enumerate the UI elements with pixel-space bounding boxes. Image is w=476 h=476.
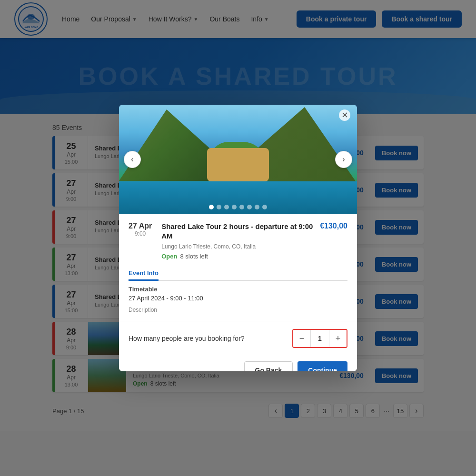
go-back-button[interactable]: Go Back: [244, 361, 293, 371]
dot-7[interactable]: [255, 205, 259, 209]
booking-modal: ✕ ‹ ›: [119, 105, 357, 371]
modal-close-button[interactable]: ✕: [339, 109, 350, 121]
description-label: Description: [129, 307, 347, 313]
dot-1[interactable]: [209, 205, 214, 209]
quantity-value: 1: [310, 330, 329, 347]
dot-4[interactable]: [232, 205, 237, 209]
tour-title: Shared Lake Tour 2 hours - departure at …: [161, 222, 314, 240]
quantity-control: − 1 +: [292, 329, 347, 348]
modal-body: 27 Apr 9:00 Shared Lake Tour 2 hours - d…: [119, 214, 357, 321]
island-body: [207, 148, 269, 181]
timetable-value: 27 April 2024 - 9:00 - 11:00: [129, 295, 347, 302]
carousel-prev-button[interactable]: ‹: [124, 151, 141, 168]
tab-event-info[interactable]: Event Info: [129, 267, 159, 281]
tour-status-row: Open 8 slots left: [161, 253, 347, 260]
tour-slots: 8 slots left: [180, 253, 208, 260]
dot-6[interactable]: [247, 205, 252, 209]
carousel-image: [119, 105, 357, 214]
tour-image-carousel: ‹ ›: [119, 105, 357, 214]
carousel-dots: [209, 205, 267, 209]
modal-date-time: 9:00: [129, 230, 152, 237]
modal-date-day: 27 Apr: [129, 222, 152, 230]
modal-overlay: ✕ ‹ ›: [0, 0, 476, 476]
dot-8[interactable]: [262, 205, 267, 209]
quantity-increase-button[interactable]: +: [329, 330, 347, 347]
dot-3[interactable]: [224, 205, 229, 209]
dot-2[interactable]: [217, 205, 221, 209]
timetable-label: Timetable: [129, 286, 347, 293]
tour-location: Lungo Lario Trieste, Como, CO, Italia: [161, 243, 347, 250]
booking-row: How many people are you booking for? − 1…: [119, 321, 357, 356]
mountain-left: [119, 109, 214, 181]
carousel-next-button[interactable]: ›: [335, 151, 352, 168]
tour-header: Shared Lake Tour 2 hours - departure at …: [161, 222, 347, 240]
continue-button[interactable]: Continue: [298, 361, 347, 371]
tour-price: €130,00: [320, 222, 347, 230]
dot-5[interactable]: [239, 205, 244, 209]
tabs-bar: Event Info: [129, 267, 347, 281]
booking-question: How many people are you booking for?: [129, 335, 245, 342]
quantity-decrease-button[interactable]: −: [293, 330, 310, 347]
tour-status-badge: Open: [161, 253, 177, 260]
modal-footer: Go Back Continue: [119, 356, 357, 371]
